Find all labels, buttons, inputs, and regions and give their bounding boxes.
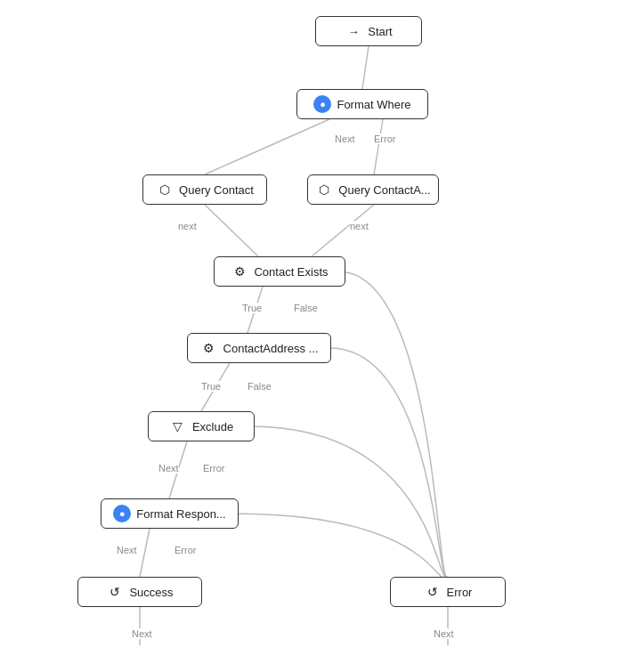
error-icon: ↺ (424, 583, 442, 601)
edge-label-next-3: next (350, 221, 369, 231)
format-respon-icon: ● (113, 505, 131, 522)
success-node[interactable]: ↺ Success (77, 577, 202, 607)
format-where-label: Format Where (337, 98, 410, 111)
edge-label-next-1: Next (335, 134, 355, 144)
edge-label-error-1: Error (374, 134, 395, 144)
edge-label-next-4: Next (158, 463, 179, 474)
edge-label-error-2: Error (203, 463, 224, 474)
svg-line-0 (362, 46, 369, 89)
query-contact-node[interactable]: ⬡ Query Contact (142, 174, 267, 205)
edge-label-error-3: Error (174, 545, 196, 555)
contact-address-icon: ⚙ (200, 339, 218, 357)
contact-exists-icon: ⚙ (231, 263, 248, 280)
edge-label-next-6: Next (132, 628, 152, 639)
contact-exists-label: Contact Exists (254, 265, 328, 279)
format-where-node[interactable]: ● Format Where (296, 89, 428, 119)
edge-label-false-2: False (248, 381, 272, 392)
exclude-node[interactable]: ▽ Exclude (148, 411, 255, 441)
start-label: Start (368, 25, 392, 38)
query-contact-a-label: Query ContactA... (338, 183, 430, 197)
format-respon-label: Format Respon... (136, 507, 225, 521)
contact-address-node[interactable]: ⚙ ContactAddress ... (187, 333, 331, 363)
error-label: Error (447, 586, 473, 599)
edge-label-next-2: next (178, 221, 197, 231)
start-node[interactable]: → Start (315, 16, 422, 46)
edge-label-true-1: True (242, 303, 262, 313)
format-respon-node[interactable]: ● Format Respon... (101, 498, 239, 529)
edge-label-true-2: True (201, 381, 221, 392)
success-label: Success (129, 586, 173, 599)
query-contact-label: Query Contact (179, 183, 254, 197)
success-icon: ↺ (106, 583, 124, 601)
error-node[interactable]: ↺ Error (390, 577, 506, 607)
workflow-canvas: → Start ● Format Where ⬡ Query Contact ⬡… (0, 0, 633, 672)
edge-label-next-7: Next (434, 628, 454, 639)
query-contact-icon: ⬡ (156, 181, 174, 198)
contact-address-label: ContactAddress ... (223, 342, 319, 355)
edge-label-false-1: False (294, 303, 318, 313)
contact-exists-node[interactable]: ⚙ Contact Exists (214, 256, 345, 287)
query-contact-a-node[interactable]: ⬡ Query ContactA... (307, 174, 439, 205)
exclude-icon: ▽ (169, 417, 187, 435)
format-where-icon: ● (313, 95, 331, 113)
exclude-label: Exclude (192, 420, 233, 433)
query-contact-a-icon: ⬡ (315, 181, 333, 198)
edge-label-next-5: Next (117, 545, 137, 555)
start-icon: → (345, 22, 362, 40)
